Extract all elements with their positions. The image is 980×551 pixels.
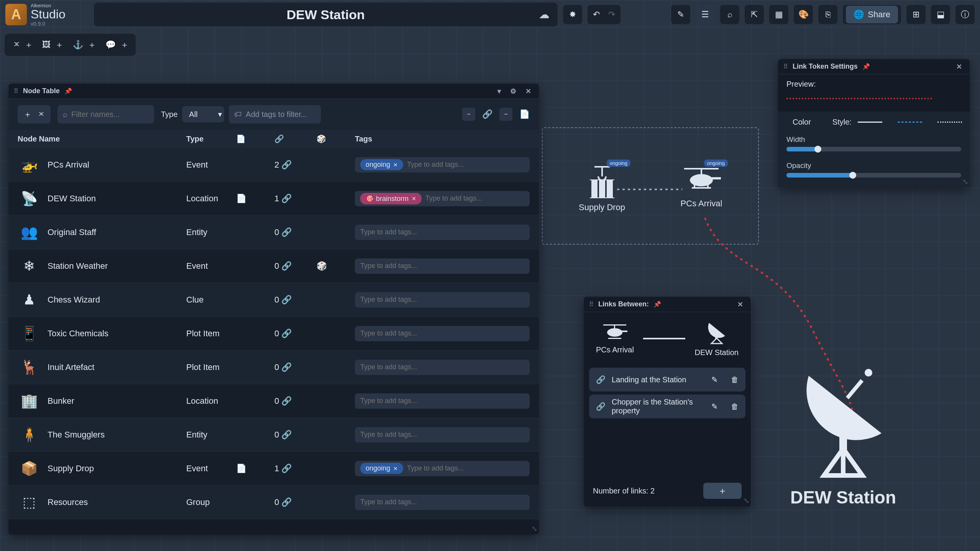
- type-filter-select[interactable]: All: [182, 106, 224, 122]
- canvas-big-node[interactable]: DEW Station: [786, 360, 901, 508]
- tag-input-field[interactable]: [360, 329, 524, 337]
- row-links[interactable]: 0 🔗: [274, 329, 317, 339]
- add-link-button[interactable]: ＋: [703, 483, 742, 499]
- opacity-slider[interactable]: [786, 173, 961, 178]
- add-node-button[interactable]: ⪤＋: [11, 39, 33, 51]
- canvas-token-pcs-arrival[interactable]: ongoing PCs Arrival: [680, 165, 722, 209]
- links-panel-header[interactable]: ⠿ Links Between: 📌 ✕: [584, 297, 751, 312]
- row-file[interactable]: 📄: [236, 194, 274, 204]
- row-tag-input[interactable]: ongoing✕: [355, 461, 530, 476]
- tag-input-field[interactable]: [425, 194, 524, 202]
- resize-handle-icon[interactable]: ⤡: [532, 525, 537, 533]
- add-anchor-button[interactable]: ⚓＋: [73, 39, 96, 51]
- settings-icon[interactable]: ⚙: [508, 87, 519, 95]
- row-dice[interactable]: 🎲: [317, 261, 355, 271]
- table-row[interactable]: 📦Supply Drop Event 📄 1 🔗 ongoing✕: [8, 452, 539, 485]
- add-chat-button[interactable]: 💬＋: [105, 39, 129, 51]
- tag-input-field[interactable]: [360, 228, 524, 236]
- table-row[interactable]: 🦌Inuit Artefact Plot Item 0 🔗: [8, 350, 539, 384]
- edit-icon[interactable]: ✎: [711, 375, 718, 384]
- add-multi-button[interactable]: ＋⪤: [18, 105, 51, 123]
- delete-icon[interactable]: 🗑: [731, 375, 739, 384]
- drag-grip-icon[interactable]: ⠿: [14, 87, 18, 95]
- remove-tag-icon[interactable]: ✕: [393, 465, 398, 472]
- palette-icon[interactable]: 🎨: [794, 5, 813, 24]
- pin-icon[interactable]: 📌: [64, 87, 72, 95]
- edit-icon[interactable]: ✎: [711, 402, 718, 411]
- tag-input-field[interactable]: [360, 431, 524, 439]
- node-table-body[interactable]: 🚁PCs Arrival Event 2 🔗 ongoing✕ 📡DEW Sta…: [8, 148, 539, 535]
- add-image-button[interactable]: 🖼＋: [42, 39, 64, 51]
- row-tag-input[interactable]: ongoing✕: [355, 157, 530, 173]
- link-item[interactable]: 🔗Landing at the Station✎🗑: [589, 368, 745, 391]
- tag-input-field[interactable]: [360, 296, 524, 304]
- tag-input-field[interactable]: [407, 464, 524, 472]
- row-links[interactable]: 0 🔗: [274, 396, 317, 406]
- row-links[interactable]: 0 🔗: [274, 227, 317, 237]
- info-icon[interactable]: ⓘ: [955, 5, 975, 24]
- save-icon[interactable]: ⎘: [818, 5, 837, 24]
- cloud-sync-icon[interactable]: ☁: [539, 9, 549, 21]
- layout-icon[interactable]: ⊞: [906, 5, 926, 24]
- tag-input-field[interactable]: [360, 498, 524, 506]
- table-row[interactable]: 🧍The Smugglers Entity 0 🔗: [8, 418, 539, 452]
- name-filter-input[interactable]: ⌕: [57, 105, 154, 123]
- search-icon[interactable]: ⌕: [720, 5, 739, 24]
- column-tags[interactable]: Tags: [355, 135, 530, 143]
- remove-tag-icon[interactable]: ✕: [412, 196, 416, 202]
- row-tag-input[interactable]: [355, 258, 530, 274]
- row-links[interactable]: 2 🔗: [274, 160, 317, 170]
- column-type[interactable]: Type: [186, 135, 236, 143]
- row-file[interactable]: 📄: [236, 464, 274, 474]
- width-slider[interactable]: [786, 147, 961, 151]
- table-row[interactable]: ♟Chess Wizard Clue 0 🔗: [8, 283, 539, 317]
- link-item[interactable]: 🔗Chopper is the Station's property✎🗑: [589, 395, 745, 418]
- drag-grip-icon[interactable]: ⠿: [783, 63, 788, 70]
- app-logo[interactable]: Alkemion Studio v0.9.0: [5, 3, 66, 26]
- row-links[interactable]: 0 🔗: [274, 261, 317, 271]
- row-links[interactable]: 0 🔗: [274, 362, 317, 372]
- close-icon[interactable]: ✕: [523, 87, 534, 95]
- download-icon[interactable]: ⬓: [931, 5, 950, 24]
- style-dashed[interactable]: [898, 122, 922, 123]
- link-node-b[interactable]: DEW Station: [695, 320, 739, 357]
- project-title[interactable]: DEW Station ☁: [94, 3, 558, 26]
- row-links[interactable]: 0 🔗: [274, 430, 317, 440]
- debug-icon[interactable]: ✸: [563, 5, 582, 24]
- tag-input-field[interactable]: [360, 262, 524, 270]
- export-icon[interactable]: ⇱: [745, 5, 764, 24]
- table-row[interactable]: 🚁PCs Arrival Event 2 🔗 ongoing✕: [8, 148, 539, 182]
- tag-chip[interactable]: 🎯 brainstorm✕: [360, 193, 422, 204]
- name-filter-field[interactable]: [71, 110, 168, 119]
- collapse-links-button[interactable]: −: [462, 108, 475, 121]
- table-row[interactable]: ⬚Resources Group 0 🔗: [8, 485, 539, 519]
- row-links[interactable]: 1 🔗: [274, 464, 317, 474]
- delete-icon[interactable]: 🗑: [731, 402, 739, 411]
- resize-handle-icon[interactable]: ⤡: [744, 497, 749, 505]
- row-links[interactable]: 0 🔗: [274, 497, 317, 507]
- table-row[interactable]: 👥Original Staff Entity 0 🔗: [8, 215, 539, 249]
- close-icon[interactable]: ✕: [735, 300, 745, 309]
- tag-input-field[interactable]: [360, 363, 524, 371]
- table-row[interactable]: 📱Toxic Chemicals Plot Item 0 🔗: [8, 317, 539, 350]
- redo-icon[interactable]: ↷: [608, 10, 615, 20]
- drag-grip-icon[interactable]: ⠿: [589, 301, 594, 308]
- grid-icon[interactable]: ▦: [769, 5, 788, 24]
- row-links[interactable]: 1 🔗: [274, 194, 317, 204]
- tag-input-field[interactable]: [407, 161, 524, 169]
- row-tag-input[interactable]: [355, 495, 530, 510]
- column-link-icon[interactable]: 🔗: [274, 134, 317, 143]
- tag-chip[interactable]: ongoing✕: [360, 159, 403, 170]
- share-button[interactable]: 🌐 Share: [846, 6, 898, 23]
- table-row[interactable]: ❄Station Weather Event 0 🔗 🎲: [8, 249, 539, 283]
- style-solid[interactable]: [858, 122, 882, 123]
- row-tag-input[interactable]: [355, 427, 530, 442]
- column-file-icon[interactable]: 📄: [236, 134, 274, 143]
- resize-handle-icon[interactable]: ⤡: [962, 178, 968, 186]
- style-dotted[interactable]: [937, 122, 962, 123]
- row-tag-input[interactable]: [355, 326, 530, 341]
- list-view-icon[interactable]: ☰: [696, 5, 715, 24]
- tag-chip[interactable]: ongoing✕: [360, 463, 403, 474]
- dashed-link[interactable]: [617, 188, 682, 191]
- close-icon[interactable]: ✕: [954, 63, 964, 71]
